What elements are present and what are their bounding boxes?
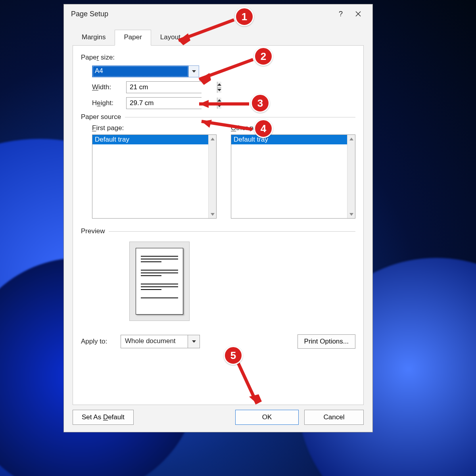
other-pages-listbox[interactable]: Default tray <box>231 134 355 219</box>
scrollbar[interactable] <box>347 135 355 218</box>
chevron-down-icon[interactable] <box>188 335 200 348</box>
paper-pane: Paper size: A4 Width: <box>73 46 364 405</box>
set-as-default-button[interactable]: Set As Default <box>73 410 134 425</box>
list-item[interactable]: Default tray <box>231 135 347 144</box>
scroll-down-icon[interactable] <box>209 210 216 218</box>
paper-size-label: Paper size: <box>81 54 355 61</box>
height-spinner[interactable] <box>126 97 202 109</box>
height-down[interactable] <box>217 103 221 109</box>
dialog-footer: Set As Default OK Cancel <box>64 405 372 432</box>
dialog-title: Page Setup <box>71 10 332 18</box>
height-up[interactable] <box>217 98 221 103</box>
cancel-button[interactable]: Cancel <box>304 410 364 425</box>
help-button[interactable]: ? <box>332 7 349 21</box>
print-options-button[interactable]: Print Options... <box>298 334 355 349</box>
preview-thumbnail <box>129 242 190 321</box>
apply-to-value: Whole document <box>121 335 188 348</box>
first-page-label: First page: <box>92 124 217 132</box>
list-item[interactable]: Default tray <box>92 135 208 144</box>
ok-button[interactable]: OK <box>235 410 299 425</box>
paper-source-label: Paper source <box>81 113 121 121</box>
width-spinner[interactable] <box>126 81 202 93</box>
height-label: Height: <box>92 99 121 107</box>
scrollbar[interactable] <box>208 135 216 218</box>
tab-layout[interactable]: Layout <box>151 30 190 46</box>
tabs: Margins Paper Layout <box>73 30 364 46</box>
scroll-up-icon[interactable] <box>347 135 355 143</box>
paper-size-select[interactable]: A4 <box>92 65 199 77</box>
width-label: Width: <box>92 83 121 91</box>
svg-marker-2 <box>192 70 196 73</box>
height-field[interactable] <box>127 98 217 109</box>
preview-label: Preview <box>81 227 105 235</box>
apply-to-select[interactable]: Whole document <box>121 335 200 348</box>
page-setup-dialog: Page Setup ? Margins Paper Layout Paper … <box>63 4 373 432</box>
chevron-down-icon[interactable] <box>188 66 199 77</box>
preview-page-icon <box>136 248 183 315</box>
scroll-down-icon[interactable] <box>347 210 355 218</box>
apply-to-label: Apply to: <box>81 338 121 345</box>
width-field[interactable] <box>127 82 217 93</box>
width-down[interactable] <box>217 87 221 93</box>
width-up[interactable] <box>217 82 221 87</box>
scroll-up-icon[interactable] <box>209 135 216 143</box>
paper-size-value: A4 <box>92 66 188 77</box>
tab-margins[interactable]: Margins <box>73 30 115 46</box>
close-button[interactable] <box>349 7 367 21</box>
first-page-listbox[interactable]: Default tray <box>92 134 217 219</box>
svg-marker-3 <box>192 340 196 343</box>
tab-paper[interactable]: Paper <box>115 30 151 46</box>
titlebar: Page Setup ? <box>64 4 372 23</box>
other-pages-label: Other pages: <box>231 124 355 132</box>
